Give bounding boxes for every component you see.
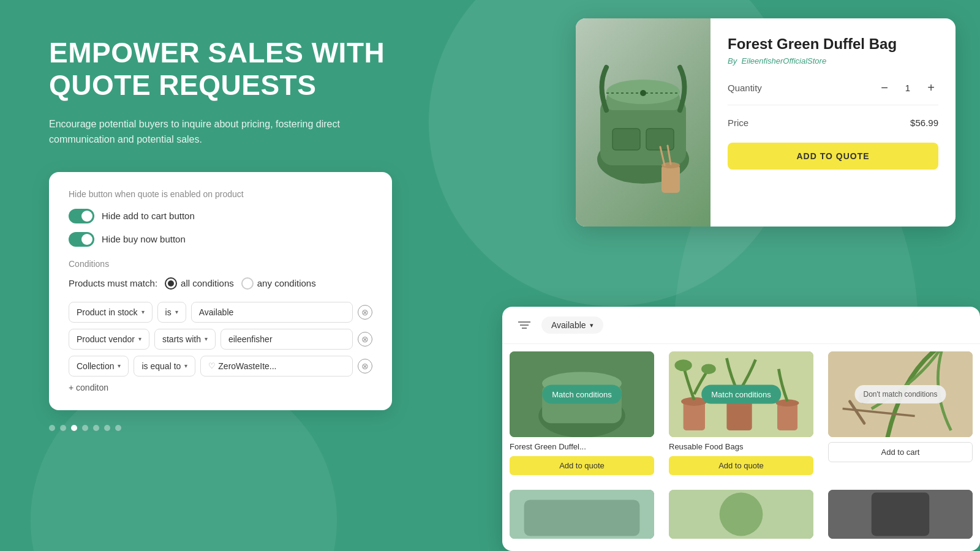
quantity-label: Quantity [728, 83, 762, 93]
operator-select-3[interactable]: is equal to ▾ [134, 356, 195, 377]
field-label-1: Product in stock [77, 307, 138, 317]
svg-point-5 [640, 90, 646, 96]
conditions-section-title: Conditions [69, 259, 372, 269]
product-image [576, 18, 710, 227]
quantity-control: − 1 + [877, 80, 938, 95]
filter-icon[interactable] [514, 315, 534, 335]
chevron-op-3: ▾ [184, 362, 187, 369]
toggle-cart-label: Hide add to cart button [102, 211, 195, 221]
remove-btn-1[interactable]: ⊗ [358, 305, 372, 320]
toggle-row-buynow: Hide buy now button [69, 232, 372, 247]
field-select-2[interactable]: Product vendor ▾ [69, 329, 149, 350]
radio-any-outer [241, 277, 254, 290]
grid-add-to-quote-btn-2[interactable]: Add to quote [669, 456, 813, 475]
available-filter-badge[interactable]: Available ▾ [541, 317, 603, 334]
grid-item-2: Match conditions Reusable Food Bags Add … [662, 344, 821, 482]
quantity-row: Quantity − 1 + [728, 80, 938, 105]
dot-3[interactable] [71, 425, 77, 431]
product-by: By EileenfisherOfficialStore [728, 56, 938, 66]
grid-item-name-2: Reusable Food Bags [669, 442, 813, 451]
dot-4[interactable] [82, 425, 88, 431]
quantity-decrease-button[interactable]: − [877, 80, 892, 95]
settings-card: Hide button when quote is enabled on pro… [49, 172, 392, 410]
grid-header: Available ▾ [502, 307, 980, 344]
match-badge-1: Match conditions [542, 385, 622, 404]
grid-item-5 [662, 482, 821, 551]
grid-item-image-1: Match conditions [510, 351, 654, 437]
svg-rect-37 [872, 493, 929, 536]
condition-row-3: Collection ▾ is equal to ▾ ♡ ZeroWasteIt… [69, 356, 372, 377]
operator-select-1[interactable]: is ▾ [157, 302, 186, 323]
radio-any-conditions[interactable]: any conditions [241, 277, 316, 290]
match-label: Products must match: [69, 278, 157, 288]
svg-rect-26 [777, 403, 797, 430]
grid-item-6 [821, 482, 980, 551]
remove-btn-3[interactable]: ⊗ [358, 359, 372, 373]
radio-all-outer [165, 277, 177, 290]
toggle-row-cart: Hide add to cart button [69, 209, 372, 223]
grid-item-image-4 [510, 490, 654, 539]
operator-label-1: is [165, 307, 172, 317]
svg-point-23 [701, 364, 716, 374]
value-field-1[interactable]: Available [191, 302, 353, 323]
product-info: Forest Green Duffel Bag By EileenfisherO… [710, 18, 956, 227]
price-row: Price $56.99 [728, 118, 938, 128]
condition-row-2: Product vendor ▾ starts with ▾ eileenfis… [69, 329, 372, 350]
dot-1[interactable] [49, 425, 55, 431]
value-field-2[interactable]: eileenfisher [221, 329, 353, 350]
dot-7[interactable] [115, 425, 121, 431]
chevron-icon-3: ▾ [118, 362, 121, 369]
grid-add-to-cart-btn-3[interactable]: Add to cart [828, 442, 973, 462]
operator-select-2[interactable]: starts with ▾ [154, 329, 216, 350]
radio-all-inner [168, 280, 174, 287]
grid-item-image-5 [669, 490, 813, 539]
toggle-hide-buynow[interactable] [69, 232, 94, 247]
svg-rect-33 [524, 500, 640, 536]
radio-all-conditions[interactable]: all conditions [165, 277, 234, 290]
available-filter-label: Available [551, 320, 586, 330]
grid-item-4 [502, 482, 662, 551]
value-field-3[interactable]: ♡ ZeroWasteIte... [200, 356, 353, 377]
toggle-hide-cart[interactable] [69, 209, 94, 223]
dot-5[interactable] [93, 425, 99, 431]
add-to-quote-button[interactable]: ADD TO QUOTE [728, 143, 938, 170]
field-select-1[interactable]: Product in stock ▾ [69, 302, 153, 323]
hero-subtitle: Encourage potential buyers to inquire ab… [49, 116, 392, 148]
svg-rect-20 [684, 402, 705, 430]
svg-point-35 [720, 493, 763, 536]
quantity-increase-button[interactable]: + [924, 80, 938, 95]
chevron-op-1: ▾ [175, 309, 178, 315]
field-select-3[interactable]: Collection ▾ [69, 356, 129, 377]
grid-item-1: Match conditions Forest Green Duffel... … [502, 344, 662, 482]
chevron-icon-1: ▾ [141, 309, 145, 315]
chevron-op-2: ▾ [205, 335, 208, 342]
field-label-3: Collection [77, 361, 114, 371]
radio-any-label: any conditions [257, 278, 316, 288]
product-grid-card: Available ▾ Match conditions [502, 307, 980, 551]
by-label: By [728, 56, 737, 66]
price-label: Price [728, 118, 748, 128]
operator-label-3: is equal to [141, 361, 181, 371]
add-condition-button[interactable]: + conditon [69, 383, 108, 392]
grid-item-image-3: Don't match conditions [828, 351, 973, 437]
dot-2[interactable] [60, 425, 66, 431]
hide-section-title: Hide button when quote is enabled on pro… [69, 189, 372, 199]
no-match-badge-3: Don't match conditions [854, 385, 946, 403]
grid-item-3: Don't match conditions Add to cart [821, 344, 980, 482]
operator-label-2: starts with [162, 334, 201, 344]
condition-row-1: Product in stock ▾ is ▾ Available ⊗ [69, 302, 372, 323]
carousel-dots [49, 425, 417, 431]
match-badge-2: Match conditions [701, 385, 781, 404]
dot-6[interactable] [104, 425, 110, 431]
svg-point-22 [674, 359, 692, 371]
grid-item-name-1: Forest Green Duffel... [510, 442, 654, 451]
product-image-area [576, 18, 710, 227]
grid-item-image-2: Match conditions [669, 351, 813, 437]
hero-title: EMPOWER SALES WITH QUOTE REQUESTS [49, 37, 417, 102]
bag-illustration [588, 37, 698, 208]
toggle-buynow-label: Hide buy now button [102, 234, 186, 244]
match-row: Products must match: all conditions any … [69, 277, 372, 290]
grid-add-to-quote-btn-1[interactable]: Add to quote [510, 456, 654, 475]
product-grid: Match conditions Forest Green Duffel... … [502, 344, 980, 551]
remove-btn-2[interactable]: ⊗ [358, 332, 372, 347]
